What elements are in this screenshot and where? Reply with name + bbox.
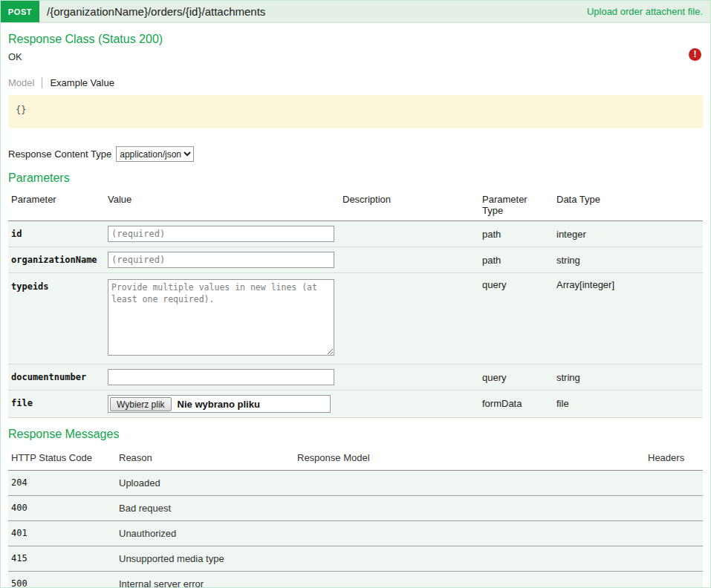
param-description — [340, 273, 479, 364]
response-model — [294, 546, 645, 571]
headers — [645, 521, 703, 546]
column-header-description: Description — [340, 189, 479, 220]
column-header-response-model: Response Model — [294, 445, 645, 470]
http-method-badge: POST — [1, 1, 39, 22]
param-name: typeids — [8, 273, 105, 364]
param-row-typeids: typeids query Array[integer] — [8, 273, 703, 365]
status-code: 400 — [8, 496, 116, 520]
headers — [645, 546, 703, 571]
reason: Internal server error — [116, 572, 294, 588]
column-header-value: Value — [105, 189, 340, 220]
column-header-parameter: Parameter — [8, 189, 105, 220]
column-header-headers: Headers — [645, 445, 703, 470]
parameters-table: Parameter Value Description Parameter Ty… — [8, 189, 703, 418]
status-code: 500 — [8, 572, 116, 588]
response-model — [294, 521, 645, 546]
message-row-415: 415 Unsupported media type — [8, 546, 703, 572]
typeids-value-textarea[interactable] — [108, 279, 334, 356]
tab-model[interactable]: Model — [8, 77, 42, 88]
param-type: query — [479, 365, 553, 390]
reason: Unsupported media type — [116, 546, 294, 571]
response-class-title: Response Class (Status 200) — [8, 33, 703, 46]
headers — [645, 496, 703, 520]
status-code: 204 — [8, 471, 116, 495]
param-row-documentnumber: documentnumber query string — [8, 365, 703, 391]
param-name: organizationName — [8, 247, 105, 272]
param-data-type: string — [553, 365, 703, 390]
example-value-block: {} — [8, 95, 703, 128]
response-messages-table-header: HTTP Status Code Reason Response Model H… — [8, 445, 703, 471]
response-messages-table: HTTP Status Code Reason Response Model H… — [8, 445, 703, 588]
param-description — [340, 391, 479, 417]
param-description — [340, 247, 479, 272]
id-value-input[interactable] — [108, 226, 334, 242]
param-name: documentnumber — [8, 365, 105, 390]
param-type: path — [479, 221, 553, 246]
response-model — [294, 572, 645, 588]
param-data-type: Array[integer] — [553, 273, 703, 364]
column-header-reason: Reason — [116, 445, 294, 470]
operation-panel: POST /{organizationName}/orders/{id}/att… — [0, 0, 711, 588]
headers — [645, 471, 703, 495]
endpoint-path: /{organizationName}/orders/{id}/attachme… — [47, 5, 587, 18]
auth-warning-icon[interactable]: ! — [689, 48, 701, 61]
message-row-500: 500 Internal server error — [8, 572, 703, 588]
param-data-type: integer — [553, 221, 703, 246]
param-description — [340, 221, 479, 246]
column-header-http-status-code: HTTP Status Code — [8, 445, 116, 470]
param-type: query — [479, 273, 553, 364]
operation-summary: Upload order attachent file. — [587, 6, 710, 17]
column-header-parameter-type: Parameter Type — [479, 189, 553, 220]
response-class-tabs: Model Example Value — [8, 77, 703, 88]
parameters-title: Parameters — [8, 172, 703, 185]
reason: Unauthorized — [116, 521, 294, 546]
operation-content: ! Response Class (Status 200) OK Model E… — [1, 33, 710, 588]
headers — [645, 572, 703, 588]
operation-heading[interactable]: POST /{organizationName}/orders/{id}/att… — [1, 1, 710, 23]
response-content-type-select[interactable]: application/json — [116, 146, 194, 162]
param-type: path — [479, 247, 553, 272]
response-model — [294, 471, 645, 495]
param-row-file: file Wybierz plik Nie wybrano pliku form… — [8, 391, 703, 418]
message-row-401: 401 Unauthorized — [8, 521, 703, 546]
file-status-text: Nie wybrano pliku — [178, 399, 260, 410]
param-description — [340, 365, 479, 390]
response-model — [294, 496, 645, 520]
param-type: formData — [479, 391, 553, 417]
reason: Uploaded — [116, 471, 294, 495]
status-code: 415 — [8, 546, 116, 571]
reason: Bad request — [116, 496, 294, 520]
message-row-204: 204 Uploaded — [8, 471, 703, 496]
tab-example-value[interactable]: Example Value — [42, 77, 114, 88]
param-row-id: id path integer — [8, 221, 703, 247]
file-choose-button[interactable]: Wybierz plik — [110, 397, 172, 411]
param-name: id — [8, 221, 105, 246]
param-data-type: file — [553, 391, 703, 417]
response-content-type-label: Response Content Type — [8, 148, 111, 160]
organizationname-value-input[interactable] — [108, 252, 334, 268]
param-data-type: string — [553, 247, 703, 272]
response-messages-title: Response Messages — [8, 428, 703, 441]
param-row-organizationname: organizationName path string — [8, 247, 703, 273]
status-code: 401 — [8, 521, 116, 546]
column-header-data-type: Data Type — [553, 189, 703, 220]
response-class-description: OK — [8, 51, 703, 62]
documentnumber-value-input[interactable] — [108, 369, 334, 385]
message-row-400: 400 Bad request — [8, 496, 703, 521]
file-input[interactable]: Wybierz plik Nie wybrano pliku — [108, 395, 331, 413]
param-name: file — [8, 391, 105, 417]
parameters-table-header: Parameter Value Description Parameter Ty… — [8, 189, 703, 221]
